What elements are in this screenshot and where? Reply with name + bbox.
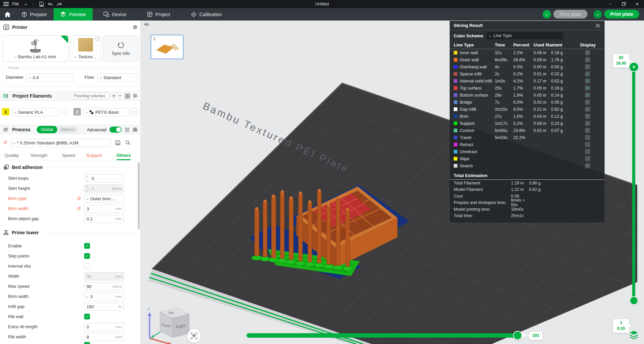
tab-support[interactable]: Support — [86, 153, 102, 158]
collapse-panel-icon[interactable] — [595, 24, 601, 28]
printer-card[interactable]: ✓ Bambu Lab A1 mini — [2, 35, 68, 62]
display-checkbox[interactable]: ✓ — [585, 64, 590, 69]
tab-others[interactable]: Others — [116, 153, 131, 158]
filament-2-color-badge[interactable]: 2 — [73, 108, 81, 115]
tab-project[interactable]: Project — [140, 8, 177, 21]
display-checkbox[interactable]: ✓ — [585, 100, 590, 105]
tune-icon[interactable] — [133, 127, 137, 132]
display-checkbox[interactable]: ✓ — [585, 114, 590, 119]
display-checkbox[interactable]: ✓ — [585, 107, 590, 112]
extra-rib-length-input[interactable] — [87, 324, 116, 330]
filament-grid-icon[interactable] — [125, 94, 130, 99]
tab-quality[interactable]: Quality — [5, 153, 19, 158]
display-checkbox[interactable]: ✓ — [585, 128, 590, 133]
save-icon[interactable] — [39, 2, 44, 7]
panel-collapse-icon[interactable] — [144, 22, 149, 27]
printer-settings-gear-icon[interactable]: ⚙ — [133, 24, 137, 30]
display-checkbox[interactable]: ✓ — [585, 50, 590, 55]
file-menu-chevron-icon[interactable] — [25, 3, 27, 5]
max-speed-input[interactable] — [87, 284, 112, 289]
info-icon[interactable]: i — [95, 37, 99, 41]
enable-checkbox[interactable]: ✓ — [84, 243, 90, 249]
redo-icon[interactable] — [57, 2, 62, 6]
rib-width-input[interactable] — [87, 335, 116, 340]
tab-preview[interactable]: Preview — [54, 8, 93, 21]
home-button[interactable] — [0, 8, 15, 21]
display-checkbox[interactable]: ✓ — [585, 149, 590, 154]
add-filament-button[interactable]: + — [112, 93, 116, 99]
layers-view-icon[interactable] — [629, 331, 639, 339]
display-checkbox[interactable]: ✓ — [585, 71, 590, 76]
tab-calibration[interactable]: Calibration — [184, 8, 229, 21]
file-menu[interactable]: File — [12, 2, 19, 6]
display-checkbox[interactable]: ✓ — [585, 57, 590, 62]
print-options-chevron[interactable] — [593, 10, 602, 19]
extra-rib-length-field[interactable]: mm — [84, 323, 124, 331]
filament-settings-gear-icon[interactable]: ⚙ — [133, 93, 137, 99]
reset-icon[interactable]: ↺ — [77, 206, 81, 211]
minimize-button[interactable]: − — [604, 0, 617, 8]
global-objects-toggle[interactable]: Global Objects — [37, 126, 78, 133]
skirt-loops-spinner[interactable] — [84, 174, 124, 182]
display-checkbox[interactable]: ✓ — [585, 85, 590, 91]
hamburger-menu-icon[interactable] — [3, 2, 9, 6]
filament-1-color-badge[interactable]: 1 — [2, 108, 9, 115]
search-preset-icon[interactable] — [125, 140, 131, 145]
layer-slider-upper-handle[interactable]: + — [629, 62, 639, 72]
skip-points-checkbox[interactable]: ✓ — [84, 253, 90, 259]
display-checkbox[interactable]: ✓ — [585, 135, 590, 140]
display-checkbox[interactable]: ✓ — [585, 93, 590, 98]
preset-reset-icon[interactable]: ↺ — [3, 140, 7, 145]
seg-global[interactable]: Global — [37, 126, 57, 133]
rib-width-field[interactable]: mm — [84, 333, 124, 341]
internal-ribs-checkbox[interactable] — [84, 263, 90, 269]
display-checkbox[interactable]: ✓ — [585, 78, 590, 83]
filament-2-more-button[interactable]: ... — [131, 108, 138, 115]
filament-1-more-button[interactable]: ... — [61, 108, 69, 115]
print-plate-button[interactable]: Print plate — [604, 10, 639, 19]
spinner-arrows[interactable] — [87, 186, 90, 191]
infill-gap-input[interactable] — [87, 304, 118, 309]
width-field[interactable]: mm — [84, 272, 124, 280]
tab-speed[interactable]: Speed — [62, 153, 75, 158]
printer-name[interactable]: Bambu Lab A1 mini — [18, 54, 56, 59]
settings-scrollbar[interactable] — [138, 162, 140, 229]
plate-type-card[interactable]: i Texture... — [70, 35, 101, 62]
plate-thumbnail[interactable]: 1 — [151, 35, 184, 59]
nav-cube[interactable]: z Top Front Right — [148, 306, 189, 344]
flow-select[interactable]: Standard — [97, 73, 136, 82]
sync-info-button[interactable]: Sync info — [103, 35, 138, 62]
undo-icon[interactable] — [47, 2, 53, 6]
brim-width-field[interactable]: mm — [84, 205, 124, 213]
width-input[interactable] — [87, 274, 116, 279]
view-list-icon[interactable] — [125, 128, 130, 132]
process-preset-select[interactable]: * 0.20mm Standard @BBL A1M — [11, 139, 111, 147]
display-checkbox[interactable]: ✓ — [585, 156, 590, 161]
partial-next-checkbox[interactable]: ✓ — [84, 342, 90, 344]
tab-strength[interactable]: Strength — [30, 153, 47, 158]
restore-button[interactable] — [617, 0, 631, 8]
advanced-toggle[interactable] — [109, 127, 122, 133]
rib-wall-checkbox[interactable]: ✓ — [84, 314, 90, 319]
seg-objects[interactable]: Objects — [57, 127, 78, 132]
display-checkbox[interactable]: ✓ — [585, 142, 590, 147]
move-slider-handle[interactable] — [513, 331, 522, 340]
save-preset-icon[interactable] — [115, 140, 121, 145]
brim-width-input[interactable] — [87, 206, 116, 211]
infill-gap-field[interactable]: % — [84, 303, 124, 311]
diameter-select[interactable]: 0.4 — [27, 73, 74, 82]
layer-slider-lower-handle[interactable] — [630, 296, 638, 305]
tower-brim-width-select[interactable]: 3mm — [84, 293, 124, 301]
display-checkbox[interactable]: ✓ — [585, 163, 590, 168]
reset-icon[interactable]: ↺ — [77, 196, 81, 201]
close-button[interactable]: ✕ — [631, 0, 644, 8]
slice-options-chevron[interactable] — [543, 10, 551, 19]
remove-filament-button[interactable]: − — [119, 93, 122, 99]
color-scheme-select[interactable]: Line Type — [486, 32, 563, 39]
move-slider-track[interactable] — [247, 333, 526, 338]
brim-type-select[interactable]: Outer brim ... — [84, 195, 124, 203]
slice-plate-button[interactable]: Slice plate — [553, 10, 587, 19]
display-checkbox[interactable]: ✓ — [585, 121, 590, 126]
layer-slider-track[interactable] — [632, 67, 635, 297]
filament-2-select[interactable]: PETG Basic — [84, 108, 129, 116]
